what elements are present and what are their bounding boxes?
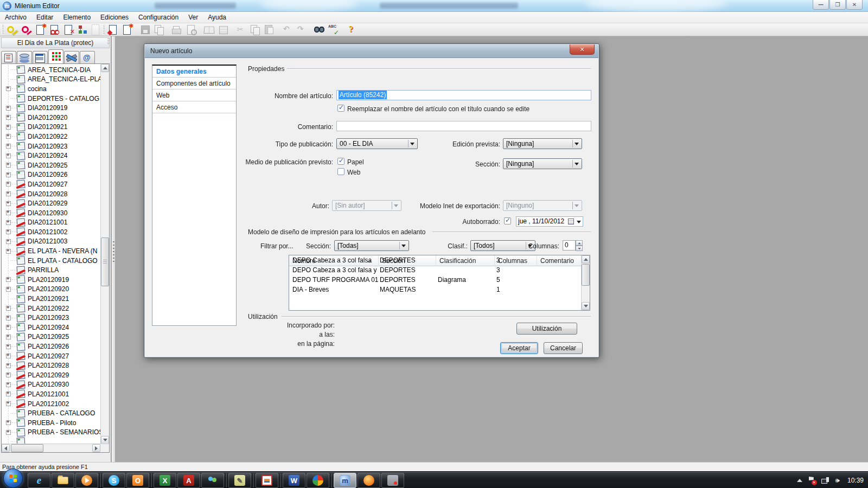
- aceptar-button[interactable]: Aceptar: [500, 342, 538, 354]
- toolbar-icon[interactable]: [121, 24, 134, 36]
- tree-item[interactable]: PRUEBA - SEMANARIOS: [2, 428, 100, 438]
- tree-expander[interactable]: [6, 420, 11, 425]
- sidebar-tab[interactable]: [64, 51, 79, 63]
- tree-expander[interactable]: [6, 201, 11, 206]
- chevron-down-icon[interactable]: [577, 221, 581, 223]
- tree-item[interactable]: DIA20120923: [2, 142, 100, 151]
- tree-item[interactable]: PLA20120930: [2, 380, 100, 390]
- sidebar-tab[interactable]: [33, 51, 48, 63]
- dialog-close-button[interactable]: ✕: [570, 44, 595, 55]
- toolbar-icon[interactable]: [48, 24, 61, 36]
- autoborrado-checkbox[interactable]: [504, 217, 511, 224]
- network-icon[interactable]: [821, 477, 829, 484]
- scroll-down-button[interactable]: [101, 436, 109, 444]
- tree-expander[interactable]: [6, 249, 11, 254]
- tree-item[interactable]: DIA20120925: [2, 160, 100, 170]
- toolbar-icon[interactable]: [62, 24, 75, 36]
- toolbar-icon[interactable]: [20, 24, 33, 36]
- toolbar-icon[interactable]: [153, 24, 166, 36]
- tree-item[interactable]: DIA20120927: [2, 179, 100, 189]
- menu-item[interactable]: Elemento: [58, 12, 95, 22]
- menu-item[interactable]: Ver: [183, 12, 203, 22]
- toolbar-icon[interactable]: [281, 24, 294, 36]
- toolbar-icon[interactable]: [185, 24, 198, 36]
- columnas-spinner[interactable]: [576, 240, 583, 251]
- seccion-combo[interactable]: [Ninguna]: [503, 158, 582, 169]
- tree-hscrollbar[interactable]: [2, 444, 109, 452]
- tree-expander[interactable]: [6, 106, 11, 111]
- toolbar-icon[interactable]: [263, 24, 276, 36]
- nombre-input[interactable]: Artículo (85242): [336, 90, 591, 100]
- taskbar-app-button[interactable]: [253, 473, 254, 487]
- tree-item[interactable]: DIA20120929: [2, 198, 100, 208]
- dialog-nav-item[interactable]: Datos generales: [152, 66, 236, 78]
- taskbar-app-button[interactable]: [52, 473, 74, 488]
- toolbar-icon[interactable]: [327, 24, 340, 36]
- cancelar-button[interactable]: Cancelar: [544, 342, 583, 354]
- taskbar-app-button[interactable]: [381, 473, 404, 488]
- table-row[interactable]: DEPO TURF PROGRAMA 01DEPORTESDiagrama5: [289, 275, 590, 285]
- scroll-thumb[interactable]: [11, 444, 43, 452]
- tree-expander[interactable]: [6, 382, 11, 387]
- menu-item[interactable]: Ayuda: [203, 12, 231, 22]
- tree-item[interactable]: EL PLATA - CATALOGO: [2, 256, 100, 266]
- tree-expander[interactable]: [6, 239, 11, 244]
- reemplazar-checkbox[interactable]: [337, 105, 344, 112]
- sidebar-tab[interactable]: [1, 51, 16, 63]
- taskbar-app-button[interactable]: A: [177, 473, 200, 488]
- taskbar-app-button[interactable]: [201, 473, 224, 488]
- tree-expander[interactable]: [6, 363, 11, 368]
- taskbar-app-button[interactable]: [151, 473, 152, 487]
- tree-expander[interactable]: [6, 144, 11, 149]
- tree-expander[interactable]: [6, 335, 11, 339]
- tree-expander[interactable]: [6, 191, 11, 196]
- tree-item[interactable]: DIA20120922: [2, 132, 100, 142]
- taskbar-app-button[interactable]: ✎: [228, 473, 251, 488]
- tree-vscrollbar[interactable]: [100, 64, 109, 444]
- utilizacion-button[interactable]: Utilización: [516, 323, 577, 335]
- toolbar-icon[interactable]: [76, 24, 90, 36]
- tree-item[interactable]: PLA20120921: [2, 294, 100, 304]
- tree-item[interactable]: DIA20120928: [2, 189, 100, 199]
- toolbar-icon[interactable]: [217, 24, 230, 36]
- toolbar-icon[interactable]: [203, 24, 216, 36]
- tree-item[interactable]: PARRILLA: [2, 265, 100, 275]
- tree-item[interactable]: cocina: [2, 84, 100, 94]
- tree-expander[interactable]: [6, 401, 11, 406]
- tree-expander[interactable]: [6, 163, 11, 168]
- menu-item[interactable]: Archivo: [0, 12, 31, 22]
- toolbar-icon[interactable]: [139, 24, 152, 36]
- scroll-thumb[interactable]: [582, 264, 590, 286]
- toolbar-icon[interactable]: [313, 24, 326, 36]
- edicion-combo[interactable]: [Ninguna]: [503, 138, 582, 149]
- taskbar-app-button[interactable]: e: [28, 473, 50, 488]
- columnas-input[interactable]: 0: [563, 240, 576, 251]
- tree-item[interactable]: DIA20120920: [2, 113, 100, 123]
- restore-button[interactable]: ❐: [829, 0, 846, 10]
- tree-expander[interactable]: [6, 210, 11, 215]
- taskbar-app-button[interactable]: m: [334, 473, 356, 488]
- tree-item[interactable]: PLA20120928: [2, 361, 100, 370]
- tree-item[interactable]: PLA20120919: [2, 275, 100, 285]
- close-button[interactable]: ✕: [846, 0, 863, 10]
- menu-item[interactable]: Ediciones: [95, 12, 133, 22]
- toolbar-icon[interactable]: [249, 24, 262, 36]
- dialog-nav-item[interactable]: Componentes del artículo: [152, 78, 236, 89]
- sidebar-tab[interactable]: [80, 51, 95, 63]
- start-button[interactable]: [3, 468, 23, 488]
- tree-item[interactable]: PLA20120924: [2, 323, 100, 332]
- dialog-titlebar[interactable]: Nuevo artículo: [145, 44, 598, 58]
- tree-item[interactable]: PLA20121001: [2, 389, 100, 399]
- sidebar-header-grip[interactable]: [107, 38, 110, 45]
- volume-icon[interactable]: 🕪: [835, 476, 840, 485]
- sidebar-splitter[interactable]: [112, 36, 115, 462]
- menu-item[interactable]: Configuración: [133, 12, 183, 22]
- menu-item[interactable]: Editar: [31, 12, 58, 22]
- tree-expander[interactable]: [6, 325, 11, 330]
- toolbar-icon[interactable]: [34, 24, 47, 36]
- table-vscrollbar[interactable]: [581, 255, 590, 310]
- autoborrado-date-input[interactable]: jue , 11/10/2012: [516, 216, 583, 227]
- tree-item[interactable]: PLA20121002: [2, 399, 100, 409]
- tree-item[interactable]: PLA20120922: [2, 304, 100, 313]
- scroll-up-button[interactable]: [101, 64, 109, 72]
